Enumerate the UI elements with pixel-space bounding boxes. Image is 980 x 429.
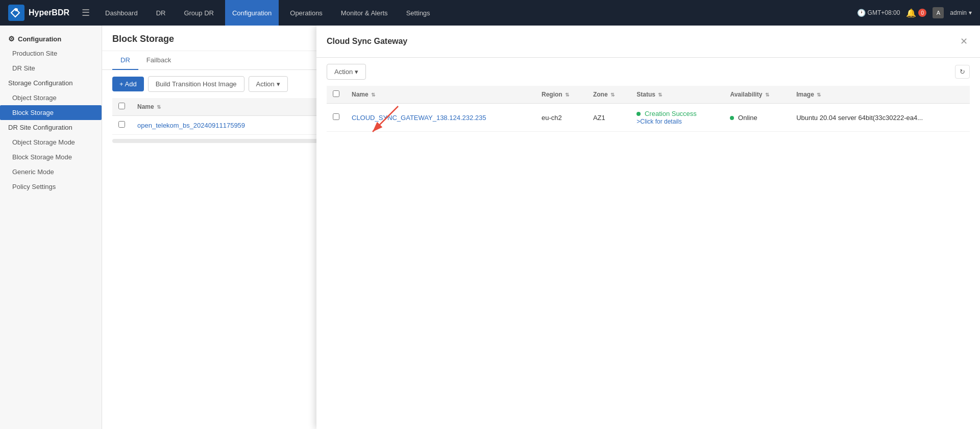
gw-zone-sort-icon[interactable]: ⇅ <box>610 92 615 98</box>
gw-row-image-cell: Ubuntu 20.04 server 64bit(33c30222-ea4..… <box>790 104 970 132</box>
gw-row-name-cell: CLOUD_SYNC_GATEWAY_138.124.232.235 <box>346 104 535 132</box>
top-navigation: HyperBDR ☰ Dashboard DR Group DR Configu… <box>0 0 980 26</box>
gw-select-all-checkbox[interactable] <box>333 90 339 97</box>
add-button[interactable]: + Add <box>112 77 144 91</box>
user-avatar: A <box>933 7 944 18</box>
hamburger-menu[interactable]: ☰ <box>82 7 90 18</box>
gw-name-sort-icon[interactable]: ⇅ <box>371 92 375 98</box>
action-button[interactable]: Action ▾ <box>249 76 288 92</box>
panel-action-button[interactable]: Action ▾ <box>327 64 366 80</box>
gateway-name-link[interactable]: CLOUD_SYNC_GATEWAY_138.124.232.235 <box>352 114 486 122</box>
sidebar-item-production-site[interactable]: Production Site <box>0 46 102 61</box>
status-label: Creation Success <box>645 110 697 117</box>
sidebar-item-object-storage[interactable]: Object Storage <box>0 90 102 105</box>
sidebar-item-object-storage-mode[interactable]: Object Storage Mode <box>0 135 102 150</box>
row-checkbox-cell[interactable] <box>112 116 131 135</box>
panel-close-button[interactable]: ✕ <box>958 34 970 49</box>
nav-right-area: 🕐 GMT+08:00 🔔 0 A admin ▾ <box>857 7 972 18</box>
tab-failback[interactable]: Failback <box>138 51 179 70</box>
gw-col-region: Region ⇅ <box>535 86 587 104</box>
name-sort-icon[interactable]: ⇅ <box>157 104 161 110</box>
gateway-row: CLOUD_SYNC_GATEWAY_138.124.232.235 eu-ch… <box>327 104 970 132</box>
gw-status-sort-icon[interactable]: ⇅ <box>658 92 662 98</box>
app-name: HyperBDR <box>29 8 69 17</box>
cloud-sync-gateway-panel: Cloud Sync Gateway ✕ Action ▾ ↻ Name ⇅ <box>316 26 980 429</box>
nav-monitor-alerts[interactable]: Monitor & Alerts <box>334 0 395 26</box>
sidebar-item-block-storage[interactable]: Block Storage <box>0 105 102 120</box>
gw-col-zone: Zone ⇅ <box>587 86 630 104</box>
gw-image-sort-icon[interactable]: ⇅ <box>817 92 821 98</box>
gw-col-name: Name ⇅ <box>346 86 535 104</box>
refresh-icon: ↻ <box>960 68 965 76</box>
select-all-checkbox[interactable] <box>118 103 125 109</box>
panel-toolbar: Action ▾ ↻ <box>316 58 980 86</box>
gw-region-sort-icon[interactable]: ⇅ <box>565 92 569 98</box>
gw-row-checkbox-cell[interactable] <box>327 104 346 132</box>
gw-col-image: Image ⇅ <box>790 86 970 104</box>
nav-settings[interactable]: Settings <box>399 0 437 26</box>
gw-select-all-header[interactable] <box>327 86 346 104</box>
timezone-display: 🕐 GMT+08:00 <box>857 9 900 17</box>
sidebar-section-title: ⚙ Configuration <box>0 30 102 46</box>
svg-point-1 <box>15 8 18 11</box>
gw-col-status: Status ⇅ <box>630 86 724 104</box>
nav-dashboard[interactable]: Dashboard <box>98 0 145 26</box>
select-all-header[interactable] <box>112 98 131 116</box>
nav-operations[interactable]: Operations <box>283 0 330 26</box>
panel-refresh-button[interactable]: ↻ <box>955 65 970 79</box>
panel-title: Cloud Sync Gateway <box>327 37 407 46</box>
user-menu[interactable]: admin ▾ <box>950 9 972 16</box>
logo-area: HyperBDR <box>8 5 69 21</box>
storage-name-link[interactable]: open_telekom_bs_20240911175959 <box>137 122 245 129</box>
status-dot-success <box>636 112 641 116</box>
gateway-table: Name ⇅ Region ⇅ Zone ⇅ Status ⇅ <box>327 86 970 132</box>
nav-configuration[interactable]: Configuration <box>225 0 279 26</box>
sidebar-item-storage-configuration[interactable]: Storage Configuration <box>0 76 102 90</box>
gw-row-availability-cell: Online <box>724 104 790 132</box>
nav-dr[interactable]: DR <box>149 0 173 26</box>
gw-col-availability: Availability ⇅ <box>724 86 790 104</box>
notification-badge: 0 <box>918 9 926 17</box>
sidebar-item-dr-site[interactable]: DR Site <box>0 61 102 76</box>
sidebar: ⚙ Configuration Production Site DR Site … <box>0 26 102 429</box>
status-detail-link[interactable]: >Click for details <box>636 118 681 125</box>
logo-icon <box>8 5 24 21</box>
availability-dot <box>730 116 734 120</box>
tab-dr[interactable]: DR <box>112 51 138 70</box>
gw-row-zone-cell: AZ1 <box>587 104 630 132</box>
gw-row-status-cell: Creation Success >Click for details <box>630 104 724 132</box>
row-checkbox[interactable] <box>118 121 125 128</box>
gw-row-checkbox[interactable] <box>333 113 339 120</box>
sidebar-item-generic-mode[interactable]: Generic Mode <box>0 164 102 179</box>
gw-availability-sort-icon[interactable]: ⇅ <box>765 92 769 98</box>
build-transition-button[interactable]: Build Transition Host Image <box>148 76 244 92</box>
panel-content: Name ⇅ Region ⇅ Zone ⇅ Status ⇅ <box>316 86 980 429</box>
sidebar-item-policy-settings[interactable]: Policy Settings <box>0 179 102 194</box>
gw-row-region-cell: eu-ch2 <box>535 104 587 132</box>
sidebar-item-block-storage-mode[interactable]: Block Storage Mode <box>0 150 102 164</box>
notifications-button[interactable]: 🔔 0 <box>906 8 926 18</box>
panel-header: Cloud Sync Gateway ✕ <box>316 26 980 58</box>
sidebar-item-dr-site-configuration[interactable]: DR Site Configuration <box>0 120 102 135</box>
nav-group-dr[interactable]: Group DR <box>177 0 221 26</box>
